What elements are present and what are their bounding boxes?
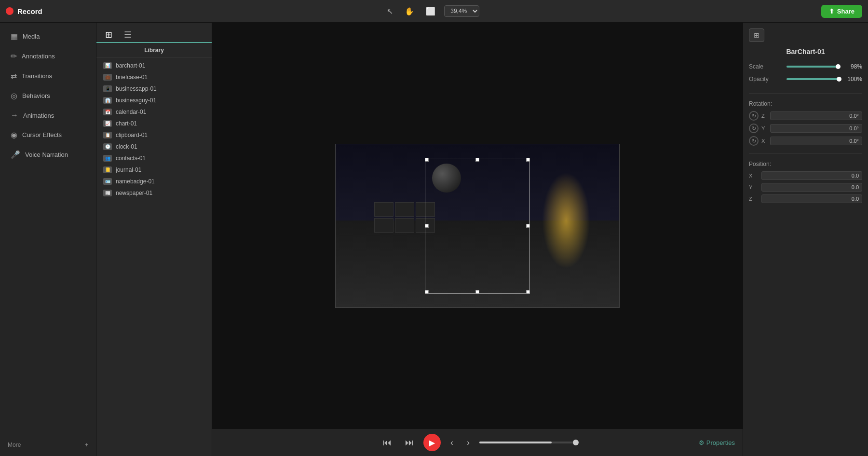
position-z-row: Z <box>749 194 862 203</box>
lib-item-icon: 📋 <box>103 132 112 138</box>
rotation-label: Rotation: <box>749 100 862 107</box>
lib-item-icon: 📈 <box>103 120 112 127</box>
record-indicator <box>6 7 14 15</box>
lib-item-barchart[interactable]: 📊 barchart-01 <box>96 60 212 71</box>
rotation-z-input[interactable] <box>770 111 862 120</box>
lib-item-journal[interactable]: 📒 journal-01 <box>96 164 212 176</box>
lib-item-icon: 👔 <box>103 97 112 104</box>
left-sidebar: ▦ Media ✏ Annotations ⇄ Transitions ◎ Be… <box>0 23 96 456</box>
step-back-button[interactable]: ⏭ <box>401 436 418 450</box>
opacity-thumb <box>837 77 841 82</box>
preview-video <box>335 144 620 308</box>
sidebar-item-cursor-effects[interactable]: ◉ Cursor Effects <box>3 125 93 144</box>
divider-2 <box>749 153 862 154</box>
transitions-icon: ⇄ <box>11 71 17 81</box>
next-frame-button[interactable]: › <box>463 436 474 450</box>
sel-handle-bottomright[interactable] <box>526 290 530 294</box>
sel-handle-rightmid[interactable] <box>526 224 530 228</box>
library-tab-list[interactable]: ☰ <box>120 28 136 42</box>
main-layout: ▦ Media ✏ Annotations ⇄ Transitions ◎ Be… <box>0 23 868 456</box>
scale-fill <box>787 66 838 68</box>
lib-item-clipboard[interactable]: 📋 clipboard-01 <box>96 129 212 141</box>
share-button[interactable]: ⬆ Share <box>821 5 862 18</box>
lib-item-icon: 👥 <box>103 155 112 162</box>
sidebar-item-voice-narration[interactable]: 🎤 Voice Narration <box>3 145 93 164</box>
library-tab-grid[interactable]: ⊞ <box>101 28 116 42</box>
position-x-input[interactable] <box>761 171 862 180</box>
lib-item-contacts[interactable]: 👥 contacts-01 <box>96 152 212 164</box>
media-icon: ▦ <box>11 32 18 41</box>
lib-item-icon: 📅 <box>103 109 112 115</box>
scene-screen-2 <box>395 202 414 217</box>
sel-handle-topleft[interactable] <box>425 158 429 162</box>
lib-item-icon: 💼 <box>103 74 112 81</box>
sel-handle-topmid[interactable] <box>475 158 479 162</box>
lib-item-icon: 📒 <box>103 166 112 173</box>
rotation-x-input[interactable] <box>770 137 862 145</box>
sidebar-item-transitions[interactable]: ⇄ Transitions <box>3 67 93 85</box>
lib-item-namebadge[interactable]: 🪪 namebadge-01 <box>96 176 212 187</box>
gear-icon: ⚙ <box>699 439 705 446</box>
voice-narration-icon: 🎤 <box>11 150 20 159</box>
lib-item-businessguy[interactable]: 👔 businessguy-01 <box>96 95 212 106</box>
scene-screens <box>374 202 435 233</box>
lib-item-newspaper[interactable]: 📰 newspaper-01 <box>96 187 212 199</box>
library-panel: ⊞ ☰ Library 📊 barchart-01 💼 briefcase-01… <box>96 23 212 456</box>
position-z-input[interactable] <box>761 194 862 203</box>
scene-screen-3 <box>416 202 435 217</box>
position-y-input[interactable] <box>761 183 862 192</box>
progress-fill <box>479 442 552 443</box>
lib-item-businessapp[interactable]: 📱 businessapp-01 <box>96 83 212 95</box>
rotation-y-input[interactable] <box>770 124 862 133</box>
properties-title: BarChart-01 <box>749 48 862 55</box>
tool-crop-button[interactable]: ⬜ <box>423 5 438 18</box>
annotations-icon: ✏ <box>11 52 17 61</box>
topbar: Record ↖ ✋ ⬜ 39,4% ⬆ Share <box>0 0 868 23</box>
scene-light <box>542 172 590 269</box>
library-list: 📊 barchart-01 💼 briefcase-01 📱 businessa… <box>96 58 212 456</box>
scale-slider[interactable] <box>787 66 839 68</box>
rotation-x-icon: ↻ <box>749 136 759 146</box>
sel-handle-bottommid[interactable] <box>475 290 479 294</box>
animations-icon: → <box>11 111 18 120</box>
preview-canvas <box>212 23 743 428</box>
scene-sphere <box>432 164 461 193</box>
prev-frame-button[interactable]: ‹ <box>447 436 457 450</box>
lib-item-briefcase[interactable]: 💼 briefcase-01 <box>96 71 212 83</box>
lib-item-icon: 🕐 <box>103 143 112 150</box>
library-title: Library <box>96 43 212 58</box>
playback-progress[interactable] <box>479 442 576 443</box>
rotation-y-icon: ↻ <box>749 124 759 133</box>
tool-hand-button[interactable]: ✋ <box>402 5 417 18</box>
sidebar-item-behaviors[interactable]: ◎ Behaviors <box>3 86 93 105</box>
preview-area: ⏮ ⏭ ▶ ‹ › ⚙ Properties <box>212 23 743 456</box>
divider-1 <box>749 93 862 94</box>
cursor-effects-icon: ◉ <box>11 130 17 139</box>
sel-handle-leftmid[interactable] <box>425 224 429 228</box>
sidebar-item-annotations[interactable]: ✏ Annotations <box>3 47 93 66</box>
sel-handle-topright[interactable] <box>526 158 530 162</box>
sidebar-item-animations[interactable]: → Animations <box>3 106 93 124</box>
add-icon: + <box>85 442 88 448</box>
tool-select-button[interactable]: ↖ <box>384 5 396 18</box>
zoom-select[interactable]: 39,4% <box>444 5 479 17</box>
lib-item-icon: 🪪 <box>103 178 112 185</box>
scene-screen-5 <box>395 218 414 233</box>
rotation-y-row: ↻ Y <box>749 124 862 133</box>
opacity-row: Opacity 100% <box>749 76 862 83</box>
rotation-z-row: ↻ Z <box>749 111 862 121</box>
lib-item-calendar[interactable]: 📅 calendar-01 <box>96 106 212 118</box>
position-label: Position: <box>749 161 862 167</box>
sidebar-item-media[interactable]: ▦ Media <box>3 27 93 46</box>
properties-button[interactable]: ⚙ Properties <box>699 439 735 446</box>
lib-item-chart[interactable]: 📈 chart-01 <box>96 118 212 129</box>
behaviors-icon: ◎ <box>11 91 17 100</box>
sidebar-more[interactable]: More + <box>0 438 96 452</box>
rewind-button[interactable]: ⏮ <box>379 436 395 450</box>
right-panel-tab-icon[interactable]: ⊞ <box>749 28 764 42</box>
lib-item-clock[interactable]: 🕐 clock-01 <box>96 141 212 152</box>
opacity-fill <box>787 78 839 80</box>
play-button[interactable]: ▶ <box>423 434 441 451</box>
sel-handle-bottomleft[interactable] <box>425 290 429 294</box>
opacity-slider[interactable] <box>787 78 839 80</box>
